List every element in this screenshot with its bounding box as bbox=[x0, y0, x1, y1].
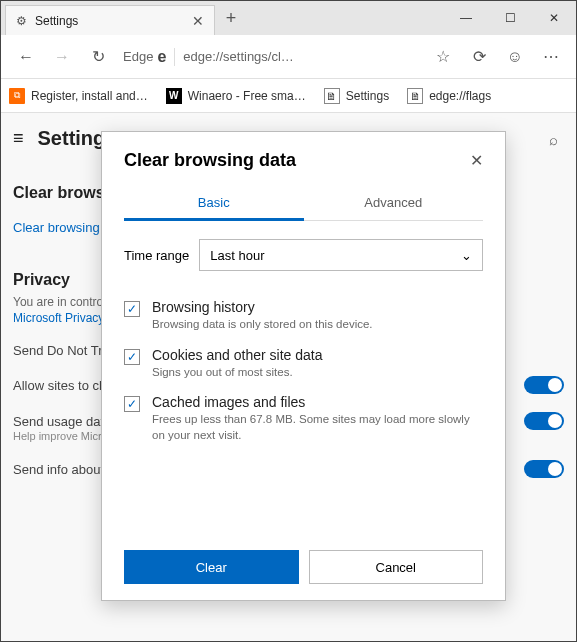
refresh-button[interactable]: ↻ bbox=[81, 40, 115, 74]
window-maximize-button[interactable]: ☐ bbox=[488, 3, 532, 33]
forward-button[interactable]: → bbox=[45, 40, 79, 74]
address-url: edge://settings/cl… bbox=[183, 49, 418, 64]
clear-browsing-data-dialog: Clear browsing data ✕ Basic Advanced Tim… bbox=[101, 131, 506, 601]
gear-icon: ⚙ bbox=[16, 14, 27, 28]
bookmark-item[interactable]: 🗎 Settings bbox=[324, 88, 389, 104]
time-range-label: Time range bbox=[124, 248, 189, 263]
dialog-tabs: Basic Advanced bbox=[124, 187, 483, 221]
clear-button[interactable]: Clear bbox=[124, 550, 299, 584]
favorite-button[interactable]: ☆ bbox=[426, 40, 460, 74]
tab-title: Settings bbox=[35, 14, 78, 28]
edge-icon: e bbox=[157, 48, 175, 66]
address-bar[interactable]: Edge e edge://settings/cl… bbox=[123, 41, 418, 73]
close-tab-icon[interactable]: ✕ bbox=[192, 13, 204, 29]
checkbox-description: Frees up less than 67.8 MB. Some sites m… bbox=[152, 412, 483, 443]
bookmark-favicon: W bbox=[166, 88, 182, 104]
bookmark-label: Settings bbox=[346, 89, 389, 103]
bookmark-item[interactable]: ⧉ Register, install and… bbox=[9, 88, 148, 104]
checkbox-label: Browsing history bbox=[152, 299, 373, 315]
bookmark-favicon: ⧉ bbox=[9, 88, 25, 104]
checkbox-label: Cookies and other site data bbox=[152, 347, 322, 363]
window-close-button[interactable]: ✕ bbox=[532, 3, 576, 33]
browser-tab[interactable]: ⚙ Settings ✕ bbox=[5, 5, 215, 35]
toggle-switch[interactable] bbox=[524, 460, 564, 478]
checkbox-browsing-history[interactable]: ✓ bbox=[124, 301, 140, 317]
bookmarks-bar: ⧉ Register, install and… W Winaero - Fre… bbox=[1, 79, 576, 113]
bookmark-item[interactable]: W Winaero - Free sma… bbox=[166, 88, 306, 104]
document-icon: 🗎 bbox=[407, 88, 423, 104]
search-icon[interactable]: ⌕ bbox=[549, 131, 558, 148]
feedback-icon[interactable]: ☺ bbox=[498, 40, 532, 74]
setting-label: Send usage data bbox=[13, 414, 111, 429]
time-range-value: Last hour bbox=[210, 248, 264, 263]
checkbox-label: Cached images and files bbox=[152, 394, 483, 410]
address-prefix: Edge bbox=[123, 49, 153, 64]
tab-advanced[interactable]: Advanced bbox=[304, 187, 484, 220]
window-minimize-button[interactable]: — bbox=[444, 3, 488, 33]
dialog-title: Clear browsing data bbox=[124, 150, 296, 171]
bookmark-item[interactable]: 🗎 edge://flags bbox=[407, 88, 491, 104]
checkbox-description: Signs you out of most sites. bbox=[152, 365, 322, 381]
chevron-down-icon: ⌄ bbox=[461, 248, 472, 263]
bookmark-label: edge://flags bbox=[429, 89, 491, 103]
new-tab-button[interactable]: + bbox=[215, 8, 247, 29]
toggle-switch[interactable] bbox=[524, 376, 564, 394]
bookmark-label: Register, install and… bbox=[31, 89, 148, 103]
tab-basic[interactable]: Basic bbox=[124, 187, 304, 221]
document-icon: 🗎 bbox=[324, 88, 340, 104]
toggle-switch[interactable] bbox=[524, 412, 564, 430]
sync-icon[interactable]: ⟳ bbox=[462, 40, 496, 74]
close-icon[interactable]: ✕ bbox=[470, 151, 483, 170]
window-titlebar: ⚙ Settings ✕ + — ☐ ✕ bbox=[1, 1, 576, 35]
back-button[interactable]: ← bbox=[9, 40, 43, 74]
checkbox-description: Browsing data is only stored on this dev… bbox=[152, 317, 373, 333]
cancel-button[interactable]: Cancel bbox=[309, 550, 484, 584]
checkbox-cached-files[interactable]: ✓ bbox=[124, 396, 140, 412]
more-button[interactable]: ⋯ bbox=[534, 40, 568, 74]
checkbox-cookies[interactable]: ✓ bbox=[124, 349, 140, 365]
browser-toolbar: ← → ↻ Edge e edge://settings/cl… ☆ ⟳ ☺ ⋯ bbox=[1, 35, 576, 79]
bookmark-label: Winaero - Free sma… bbox=[188, 89, 306, 103]
time-range-select[interactable]: Last hour ⌄ bbox=[199, 239, 483, 271]
menu-icon[interactable]: ≡ bbox=[13, 128, 24, 149]
